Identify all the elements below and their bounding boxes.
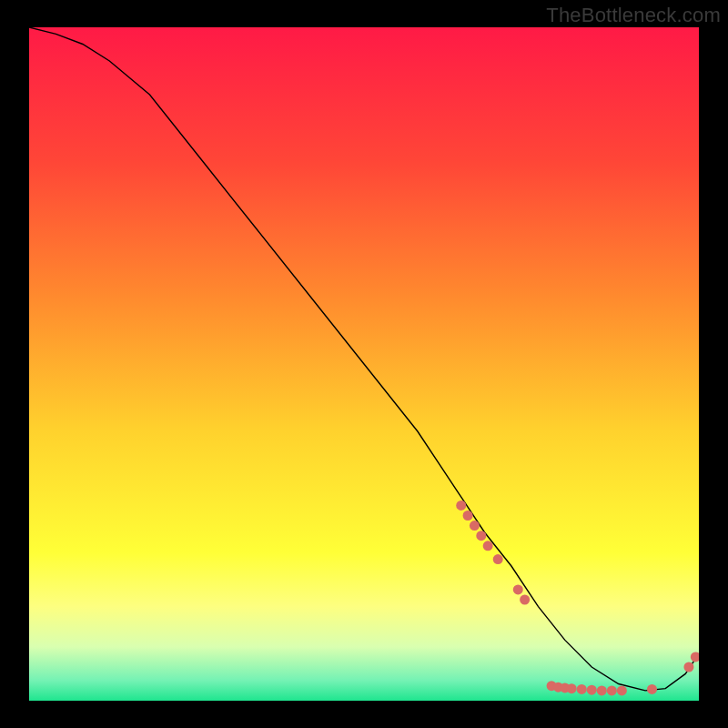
curve-marker bbox=[577, 684, 587, 694]
watermark-text: TheBottleneck.com bbox=[546, 4, 721, 27]
curve-marker bbox=[647, 684, 657, 694]
curve-marker bbox=[513, 584, 523, 594]
curve-marker bbox=[617, 685, 627, 695]
curve-marker bbox=[587, 685, 597, 695]
curve-marker bbox=[597, 685, 607, 695]
curve-marker bbox=[476, 531, 486, 541]
curve-marker bbox=[567, 683, 577, 693]
curve-marker bbox=[520, 595, 530, 605]
chart-stage: TheBottleneck.com bbox=[0, 0, 728, 728]
curve-marker bbox=[456, 500, 466, 511]
chart-plot-area bbox=[29, 27, 699, 701]
curve-marker bbox=[470, 521, 480, 531]
chart-svg bbox=[29, 27, 699, 701]
curve-marker bbox=[483, 541, 493, 551]
curve-marker bbox=[607, 685, 617, 695]
curve-marker bbox=[683, 662, 693, 672]
curve-marker bbox=[493, 554, 503, 564]
curve-marker bbox=[463, 511, 473, 521]
